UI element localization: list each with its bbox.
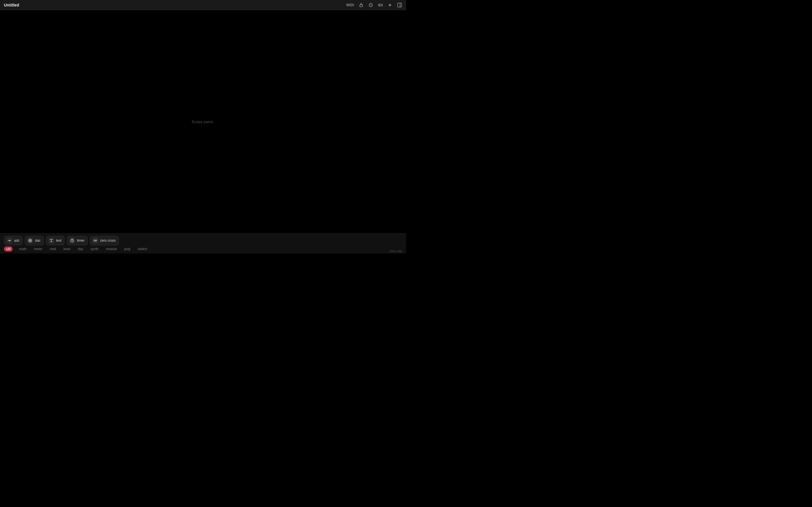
patch-canvas[interactable]: Emtpy patch. xyxy=(0,10,406,233)
category-tab-switch[interactable]: switch xyxy=(137,246,148,251)
svg-rect-0 xyxy=(360,5,363,7)
midi-button[interactable]: MIDI xyxy=(347,3,354,7)
category-tab-synth[interactable]: synth xyxy=(89,246,100,251)
text-label: text xyxy=(56,238,61,242)
modules-row: adc dac text xyxy=(0,234,406,246)
zerocross-icon xyxy=(92,237,98,244)
category-row: util math meter midi level dsp synth mod… xyxy=(0,246,406,253)
dac-label: dac xyxy=(35,238,40,242)
lock-icon[interactable] xyxy=(359,3,364,8)
category-tab-midi[interactable]: midi xyxy=(49,246,57,251)
adc-label: adc xyxy=(14,238,19,242)
zerocross-label: zero cross xyxy=(100,238,116,242)
adc-icon xyxy=(6,237,12,244)
svg-rect-2 xyxy=(398,3,402,7)
page-title: Untitled xyxy=(4,3,19,7)
timer-icon xyxy=(69,237,75,244)
titlebar: Untitled MIDI xyxy=(0,0,406,10)
module-chip-timer[interactable]: timer xyxy=(67,236,88,245)
volume-icon[interactable] xyxy=(378,3,383,8)
module-chip-text[interactable]: text xyxy=(46,236,64,245)
text-icon xyxy=(48,237,54,244)
clock-icon[interactable] xyxy=(368,3,373,8)
layout-icon[interactable] xyxy=(397,3,402,8)
cpu-status: CPU: 0% xyxy=(389,249,402,253)
module-chip-zerocross[interactable]: zero cross xyxy=(90,236,119,245)
category-tab-module[interactable]: module xyxy=(105,246,118,251)
svg-point-6 xyxy=(30,240,31,241)
svg-point-3 xyxy=(10,240,11,241)
titlebar-controls: MIDI xyxy=(347,0,402,10)
dac-icon xyxy=(27,237,33,244)
category-tab-meter[interactable]: meter xyxy=(33,246,44,251)
module-chip-adc[interactable]: adc xyxy=(4,236,22,245)
category-tab-math[interactable]: math xyxy=(18,246,28,251)
category-tab-poly[interactable]: poly xyxy=(123,246,132,251)
category-tab-dsp[interactable]: dsp xyxy=(77,246,84,251)
timer-label: timer xyxy=(77,238,85,242)
category-tab-util[interactable]: util xyxy=(4,246,13,251)
add-icon[interactable] xyxy=(388,3,393,8)
category-tab-level[interactable]: level xyxy=(62,246,71,251)
module-chip-dac[interactable]: dac xyxy=(25,236,43,245)
empty-patch-text: Emtpy patch. xyxy=(192,120,214,124)
bottombar: adc dac text xyxy=(0,233,406,253)
